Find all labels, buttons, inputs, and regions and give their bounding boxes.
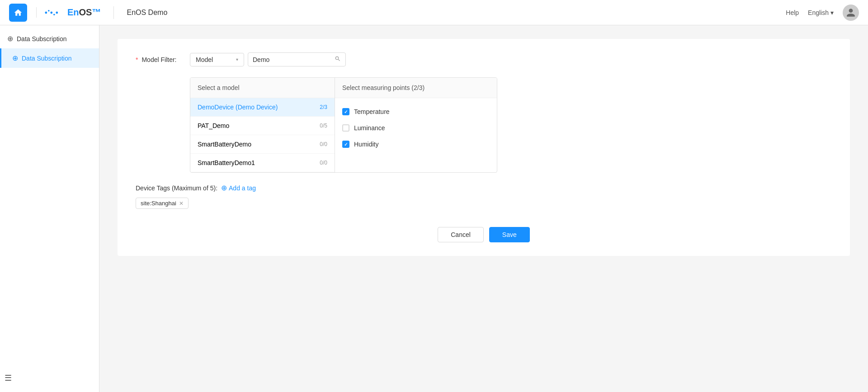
model-item-name: PAT_Demo (198, 122, 229, 129)
main-layout: ⊕ Data Subscription ⊕ Data Subscription … (0, 25, 868, 392)
model-item[interactable]: SmartBatteryDemo 0/0 (190, 135, 335, 154)
svg-point-1 (48, 10, 50, 12)
checkbox-luminance[interactable] (342, 124, 349, 132)
model-dropdown-value: Model (196, 56, 213, 63)
device-tags-row: Device Tags (Maximum of 5): ⊕ Add a tag … (136, 184, 832, 209)
sidebar-item-icon: ⊕ (12, 54, 18, 62)
help-link[interactable]: Help (786, 9, 799, 16)
navbar-divider (113, 6, 114, 19)
model-item-count: 2/3 (320, 104, 327, 110)
points-list: Temperature Luminance Humidity (335, 98, 497, 158)
model-item[interactable]: PAT_Demo 0/5 (190, 117, 335, 135)
enos-dots (44, 8, 66, 17)
search-input-wrap[interactable] (248, 52, 346, 66)
app-title: EnOS Demo (127, 9, 167, 17)
model-item-name: DemoDevice (Demo Device) (198, 104, 278, 111)
brand-area: EnOS™ (36, 7, 101, 18)
sidebar-item-label: Data Subscription (22, 55, 72, 62)
content-area: * Model Filter: Model ▾ (99, 25, 868, 392)
model-item-count: 0/0 (320, 160, 327, 166)
avatar[interactable] (843, 5, 859, 21)
model-filter-controls: Model ▾ (190, 52, 346, 66)
search-icon (335, 56, 341, 63)
sidebar-group-label: Data Subscription (17, 35, 67, 43)
model-item-count: 0/0 (320, 141, 327, 147)
tags-label-row: Device Tags (Maximum of 5): ⊕ Add a tag (136, 184, 832, 192)
svg-point-3 (53, 14, 55, 15)
search-input[interactable] (253, 56, 332, 63)
point-item[interactable]: Temperature (342, 104, 490, 120)
logo-area: EnOS™ EnOS Demo (9, 4, 167, 22)
svg-point-4 (56, 11, 58, 14)
model-item-name: SmartBatteryDemo (198, 141, 251, 148)
navbar-right: Help English ▾ (786, 5, 859, 21)
checkbox-temperature[interactable] (342, 108, 349, 115)
point-name: Luminance (354, 124, 385, 132)
action-row: Cancel Save (136, 227, 832, 242)
model-list-panel: Select a model DemoDevice (Demo Device) … (190, 78, 335, 172)
svg-point-0 (45, 11, 47, 14)
save-button[interactable]: Save (489, 227, 530, 242)
home-icon[interactable] (9, 4, 27, 22)
model-item-count: 0/5 (320, 123, 327, 129)
cancel-button[interactable]: Cancel (438, 227, 484, 242)
point-item[interactable]: Luminance (342, 120, 490, 136)
model-item[interactable]: DemoDevice (Demo Device) 2/3 (190, 98, 335, 117)
tags-container: site:Shanghai ✕ (136, 198, 832, 209)
add-tag-plus-icon: ⊕ (221, 184, 227, 192)
add-tag-button[interactable]: ⊕ Add a tag (221, 184, 256, 192)
model-filter-row: * Model Filter: Model ▾ (136, 52, 832, 66)
form-card: * Model Filter: Model ▾ (118, 39, 850, 256)
tag-value: site:Shanghai (141, 200, 176, 207)
sidebar-collapse-icon[interactable]: ☰ (5, 373, 12, 383)
lang-selector[interactable]: English ▾ (808, 9, 834, 16)
point-name: Humidity (354, 141, 378, 148)
device-tags-label: Device Tags (Maximum of 5): (136, 184, 217, 192)
chevron-down-icon: ▾ (236, 57, 238, 62)
brand-text: EnOS™ (67, 7, 101, 18)
point-item[interactable]: Humidity (342, 136, 490, 152)
enos-logo: EnOS™ (44, 7, 101, 18)
points-header: Select measuring points (2/3) (335, 78, 497, 98)
model-item-name: SmartBatteryDemo1 (198, 159, 255, 166)
model-dropdown[interactable]: Model ▾ (190, 53, 244, 66)
sidebar-item-data-subscription[interactable]: ⊕ Data Subscription (0, 48, 99, 68)
selection-panel: Select a model DemoDevice (Demo Device) … (190, 77, 497, 173)
model-list: DemoDevice (Demo Device) 2/3 PAT_Demo 0/… (190, 98, 335, 172)
required-star: * (136, 56, 138, 63)
points-panel: Select measuring points (2/3) Temperatur… (335, 78, 497, 172)
point-name: Temperature (354, 108, 390, 115)
sidebar-group[interactable]: ⊕ Data Subscription (0, 29, 99, 48)
svg-point-2 (50, 11, 52, 14)
add-tag-label: Add a tag (229, 184, 256, 192)
sidebar: ⊕ Data Subscription ⊕ Data Subscription … (0, 25, 99, 392)
model-filter-label: * Model Filter: (136, 52, 190, 63)
model-item[interactable]: SmartBatteryDemo1 0/0 (190, 154, 335, 172)
tag-item: site:Shanghai ✕ (136, 198, 189, 209)
plus-icon: ⊕ (7, 34, 13, 43)
tag-close-icon[interactable]: ✕ (179, 200, 184, 207)
model-list-header: Select a model (190, 78, 335, 98)
checkbox-humidity[interactable] (342, 141, 349, 148)
navbar: EnOS™ EnOS Demo Help English ▾ (0, 0, 868, 25)
